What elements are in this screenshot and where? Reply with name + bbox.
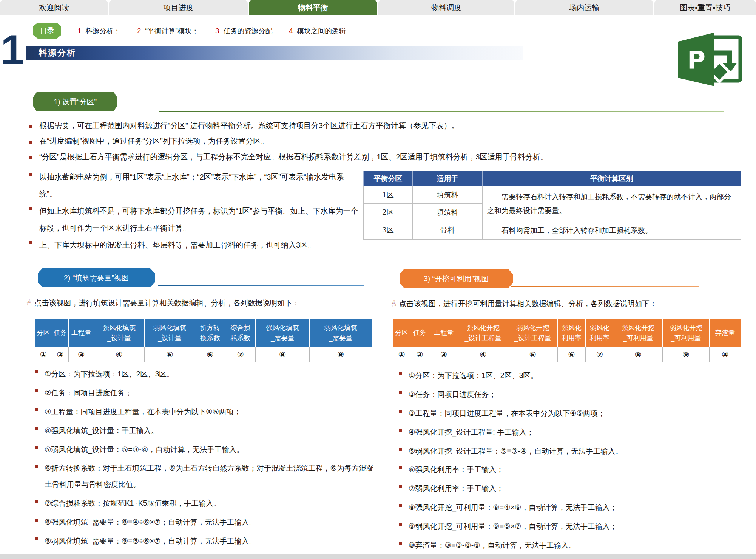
column-header: 强风化填筑 _设计量 bbox=[94, 319, 145, 347]
pointer-hand-icon: ☝ bbox=[25, 298, 32, 308]
list-item: ③工程量：同项目进度工程量，在本表中分为以下④⑤两项； bbox=[33, 404, 375, 420]
subsection-badge-setup-zones: 1) 设置“分区” bbox=[33, 92, 117, 111]
list-item: ⑥折方转换系数：对于土石填筑工程，⑥为土石方转自然方系数；对于混凝土浇筑工程，⑥… bbox=[33, 460, 375, 492]
section-number: 1 bbox=[0, 29, 23, 71]
column-header: 分区 bbox=[35, 319, 52, 347]
column-number: ⑦ bbox=[225, 347, 255, 362]
toc-item-number: 1. bbox=[77, 27, 83, 35]
zone-cell: 3区 bbox=[364, 221, 413, 240]
subsection-badge-excavation-view: 3) “开挖可利用”视图 bbox=[400, 269, 513, 288]
toc-item: 2.“平衡计算”模块； bbox=[137, 26, 199, 36]
apply-cell: 填筑料 bbox=[413, 204, 483, 221]
pointer-hand-icon: ☝ bbox=[390, 299, 397, 308]
list-item: ①分区：为下拉选项：1区、2区、3区。 bbox=[397, 367, 743, 384]
column-header: 弃渣量 bbox=[710, 319, 741, 347]
table-row: 1区 填筑料 需要转存石料计入转存和加工损耗系数，不需要转存的就不计入，两部分之… bbox=[364, 186, 741, 204]
apply-cell: 骨料 bbox=[413, 221, 483, 240]
column-number: ② bbox=[410, 347, 429, 362]
fill-view-column-table: 分区 任务 工程量 强风化填筑 _设计量 弱风化填筑 _设计量 折方转 换系数 … bbox=[35, 319, 372, 362]
example-bullet-list: 以抽水蓄能电站为例，可用“1区”表示“上水库”；“2区”表示“下水库”，“3区”… bbox=[28, 169, 359, 254]
toc-item-number: 3. bbox=[215, 27, 221, 35]
column-number: ⑤ bbox=[508, 347, 557, 362]
orange-divider bbox=[511, 286, 699, 287]
list-item: ②任务：同项目进度任务； bbox=[397, 386, 743, 403]
column-number: ⑦ bbox=[586, 347, 614, 362]
column-header: 平衡计算区别 bbox=[483, 171, 741, 186]
zone-cell: 2区 bbox=[364, 204, 413, 221]
bullet-item: 以抽水蓄能电站为例，可用“1区”表示“上水库”；“2区”表示“下水库”，“3区”… bbox=[28, 169, 359, 203]
toc-item-label: “平衡计算”模块； bbox=[145, 27, 199, 35]
setup-bullet-list: 根据需要，可在工程范围内对料源进行"分区" 进行物料平衡分析。系统可支持项目分3… bbox=[28, 120, 745, 167]
column-header: 强风化 利用率 bbox=[557, 319, 586, 347]
bullet-item: 在“进度编制”视图中，通过任务“分区”列下拉选项，为任务设置分区。 bbox=[28, 136, 745, 146]
table-header-row: 分区 任务 工程量 强风化填筑 _设计量 弱风化填筑 _设计量 折方转 换系数 … bbox=[35, 319, 372, 347]
column-number: ⑨ bbox=[662, 347, 709, 362]
column-number-row: ① ② ③ ④ ⑤ ⑥ ⑦ ⑧ ⑨ ⑩ bbox=[393, 347, 741, 362]
column-header: 弱风化开挖 _可利用量 bbox=[662, 319, 709, 347]
column-header: 适用于 bbox=[413, 171, 483, 186]
excavation-column-description-list: ①分区：为下拉选项：1区、2区、3区。 ②任务：同项目进度任务； ③工程量：同项… bbox=[397, 367, 743, 556]
tab-charts-reset-tips[interactable]: 图表▪重置▪技巧 bbox=[654, 0, 756, 15]
toc-item-number: 4. bbox=[289, 27, 295, 35]
list-item: ⑤弱风化填筑_设计量：⑤=③-④，自动计算，无法手工输入。 bbox=[33, 441, 375, 458]
table-header-row: 平衡分区 适用于 平衡计算区别 bbox=[364, 171, 741, 186]
column-number: ⑤ bbox=[144, 347, 195, 362]
list-item: ①分区：为下拉选项：1区、2区、3区。 bbox=[33, 366, 375, 382]
column-header: 强风化开挖 _可利用量 bbox=[614, 319, 662, 347]
column-header: 工程量 bbox=[69, 319, 94, 347]
column-number: ① bbox=[35, 347, 52, 362]
column-header: 弱风化 利用率 bbox=[586, 319, 614, 347]
toc-badge: 目录 bbox=[33, 23, 61, 39]
table-header-row: 分区 任务 工程量 强风化开挖 _设计工程量 弱风化开挖 _设计工程量 强风化 … bbox=[393, 319, 741, 347]
column-header: 弱风化填筑 _设计量 bbox=[144, 319, 195, 347]
tab-project-schedule[interactable]: 项目进度 bbox=[109, 0, 247, 15]
list-item: ③工程量：同项目进度工程量，在本表中分为以下④⑤两项； bbox=[397, 405, 743, 421]
column-header: 强风化开挖 _设计工程量 bbox=[458, 319, 508, 347]
list-item: ⑧强风化填筑_需要量：⑧=④÷⑥×⑦；自动计算，无法手工输入。 bbox=[33, 514, 375, 530]
note-cell: 石料均需加工，全部计入转存和加工损耗系数。 bbox=[483, 221, 741, 240]
list-item: ⑥强风化利用率：手工输入； bbox=[397, 461, 743, 478]
excavation-view-column-table: 分区 任务 工程量 强风化开挖 _设计工程量 弱风化开挖 _设计工程量 强风化 … bbox=[393, 319, 741, 362]
column-header: 折方转 换系数 bbox=[195, 319, 225, 347]
bullet-item: “分区”是根据土石方平衡需求进行的逻辑分区，与工程分标不完全对应。根据石料损耗系… bbox=[28, 152, 745, 162]
ms-project-logo-icon: P bbox=[677, 31, 744, 88]
list-item: ⑦弱风化利用率：手工输入； bbox=[397, 480, 743, 497]
toc-list: 1.料源分析； 2.“平衡计算”模块； 3.任务的资源分配 4.模块之间的逻辑 bbox=[77, 23, 363, 39]
tab-site-transport[interactable]: 场内运输 bbox=[515, 0, 653, 15]
toc-item-number: 2. bbox=[137, 27, 143, 35]
column-number: ④ bbox=[94, 347, 145, 362]
bullet-item: 但如上水库填筑料不足，可将下水库部分开挖任务，标识为“1区”参与平衡。如上、下水… bbox=[28, 203, 359, 237]
list-item: ⑨弱风化填筑_需要量：⑨=⑤÷⑥×⑦，自动计算，无法手工输入。 bbox=[33, 533, 375, 549]
sheet-tab-bar: 欢迎阅读 项目进度 物料平衡 物料调度 场内运输 图表▪重置▪技巧 bbox=[0, 0, 756, 15]
tab-material-dispatch[interactable]: 物料调度 bbox=[378, 0, 514, 15]
column-number: ① bbox=[393, 347, 410, 362]
tab-material-balance[interactable]: 物料平衡 bbox=[249, 0, 377, 15]
section-title-bar: 料源分析 bbox=[26, 46, 523, 60]
column-number: ⑥ bbox=[557, 347, 586, 362]
column-number: ② bbox=[52, 347, 69, 362]
list-item: ④强风化开挖_设计工程量: 手工输入； bbox=[397, 424, 743, 440]
column-header: 工程量 bbox=[429, 319, 458, 347]
list-item: ⑧强风化开挖_可利用量：⑧=④×⑥，自动计算，无法手工输入； bbox=[397, 499, 743, 516]
column-number-row: ① ② ③ ④ ⑤ ⑥ ⑦ ⑧ ⑨ bbox=[35, 347, 372, 362]
column-header: 平衡分区 bbox=[364, 171, 413, 186]
list-item: ②任务：同项目进度任务； bbox=[33, 385, 375, 401]
bullet-item: 根据需要，可在工程范围内对料源进行"分区" 进行物料平衡分析。系统可支持项目分3… bbox=[28, 120, 745, 131]
zone-comparison-table: 平衡分区 适用于 平衡计算区别 1区 填筑料 需要转存石料计入转存和加工损耗系数… bbox=[363, 171, 741, 240]
list-item: ⑦综合损耗系数：按规范K1~K5取值乘积，手工输入。 bbox=[33, 495, 375, 511]
page-bottom-edge bbox=[0, 554, 756, 559]
tab-welcome[interactable]: 欢迎阅读 bbox=[0, 0, 108, 15]
column-header: 弱风化填筑 _需要量 bbox=[309, 319, 372, 347]
column-number: ⑩ bbox=[710, 347, 741, 362]
list-item: ④强风化填筑_设计量：手工输入。 bbox=[33, 423, 375, 439]
list-item: ⑩弃渣量：⑩=③-⑧-⑨，自动计算，无法手工输入。 bbox=[397, 537, 743, 553]
toc-item: 3.任务的资源分配 bbox=[215, 26, 272, 36]
apply-cell: 填筑料 bbox=[413, 186, 483, 204]
bullet-item: 上、下库大坝标中的混凝土骨料、垫层料等，需要加工骨料的任务，也可纳入3区。 bbox=[28, 237, 359, 254]
caption-text: 点击该视图，进行开挖可利用量计算相关数据编辑、分析，各列数据说明如下： bbox=[399, 299, 657, 308]
subsection-badge-fill-view: 2) “填筑需要量”视图 bbox=[38, 268, 155, 287]
toc-item: 1.料源分析； bbox=[77, 26, 120, 36]
material-balance-page: 欢迎阅读 项目进度 物料平衡 物料调度 场内运输 图表▪重置▪技巧 目录 1.料… bbox=[0, 0, 756, 559]
column-header: 强风化填筑 _需要量 bbox=[256, 319, 310, 347]
column-header: 任务 bbox=[52, 319, 69, 347]
